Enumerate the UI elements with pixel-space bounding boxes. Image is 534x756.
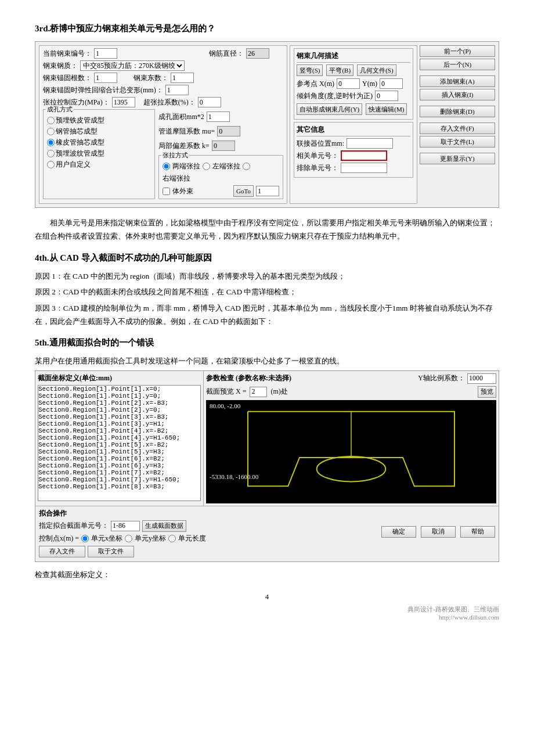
preview-x-input[interactable]	[250, 387, 267, 397]
radio-elem-x[interactable]	[81, 535, 89, 542]
hole-area-input[interactable]	[207, 111, 230, 122]
section-definition-textarea[interactable]: Section0.Region[1].Point[1].x=0; Section…	[38, 385, 201, 501]
radio-elem-len[interactable]	[168, 535, 176, 542]
btn-geo-file[interactable]: 几何文件(S)	[357, 64, 396, 76]
tension-stress-input[interactable]	[112, 97, 135, 107]
radio-left-end-label: 左端张拉	[212, 161, 240, 171]
preview-x-unit: (m)处	[270, 387, 287, 397]
tilt-angle-input[interactable]	[375, 91, 398, 101]
current-bundle-input[interactable]	[94, 48, 117, 59]
svg-point-0	[317, 456, 386, 482]
reason1: 原因 1：在 CAD 中的图元为 region（面域）而非线段，桥博要求导入的基…	[35, 269, 499, 283]
radio-custom[interactable]	[47, 161, 55, 168]
btn-quick-edit[interactable]: 快速编辑(M)	[366, 103, 407, 115]
radio-left-end[interactable]	[203, 163, 210, 170]
btn-next[interactable]: 后一个(N)	[420, 59, 495, 70]
btn-preview[interactable]: 预览	[478, 386, 496, 398]
radio-right-end[interactable]	[243, 163, 250, 170]
btn-add[interactable]: 添加钢束(A)	[420, 75, 495, 87]
radio-iron-pipe-label: 预埋铁皮管成型	[56, 116, 104, 125]
btn-insert[interactable]: 插入钢束(I)	[420, 89, 495, 100]
section5-title: 5th.通用截面拟合时的一个错误	[35, 337, 499, 348]
btn-load-file[interactable]: 取于文件(L)	[420, 136, 495, 147]
related-elem-input[interactable]	[341, 150, 387, 161]
y-ratio-input[interactable]	[467, 373, 496, 384]
watermark-line2: http://www.dillsun.com	[35, 614, 499, 621]
btn-vertical-bend[interactable]: 竖弯(S)	[297, 64, 323, 76]
btn-help[interactable]: 帮助	[460, 526, 495, 538]
btn-save-file2[interactable]: 存入文件	[39, 546, 85, 557]
tilt-angle-label: 倾斜角度(度,逆时针为正)	[297, 91, 373, 101]
coupler-pos-input[interactable]	[347, 138, 393, 149]
over-tension-input[interactable]	[198, 97, 221, 107]
dialog1-right-panel: 前一个(P) 后一个(N) 添加钢束(A) 插入钢束(I) 删除钢束(D) 存入…	[420, 45, 495, 204]
ref-point-y-label: Y(m)	[362, 80, 377, 88]
btn-prev[interactable]: 前一个(P)	[420, 45, 495, 57]
page-number: 4	[35, 593, 499, 602]
local-bias-input[interactable]	[212, 141, 235, 151]
current-bundle-label: 当前钢束编号：	[43, 49, 92, 59]
coupler-pos-label: 联接器位置mm:	[297, 139, 344, 149]
radio-both-ends-label: 两端张拉	[172, 161, 200, 171]
section3-para: 相关单元号是用来指定钢束位置的，比如梁格模型中由于程序没有空间定位，所以需要用户…	[35, 216, 499, 243]
btn-ok[interactable]: 确定	[381, 526, 416, 538]
pipe-friction-input[interactable]	[217, 126, 240, 136]
dialog2-left-title: 截面坐标定义(单位:mm)	[38, 373, 201, 383]
tension-method-title: 张拉方式	[161, 151, 189, 160]
dialog2-bottom-panel: 拟合操作 指定拟合截面单元号： 生成截面数据 控制点x(m) = 单元x坐标 单…	[35, 506, 499, 561]
checkbox-external-label: 体外束	[172, 186, 193, 196]
dialog1-middle-panel: 钢束几何描述 竖弯(S) 平弯(B) 几何文件(S) 参考点 X(m) Y(m)…	[290, 45, 417, 204]
bundle-roots-input[interactable]	[94, 73, 117, 83]
radio-steel-core[interactable]	[47, 128, 55, 135]
other-info-panel: 其它信息 联接器位置mm: 相关单元号： 排除单元号：	[294, 122, 413, 178]
radio-iron-pipe[interactable]	[47, 117, 55, 124]
ref-point-x-input[interactable]	[337, 78, 360, 89]
reason3: 原因 3：CAD 建模的绘制单位为 m，而非 mm，桥博导入 CAD 图元时，其…	[35, 301, 499, 329]
over-tension-label: 超张拉系数(%)：	[143, 98, 196, 107]
hole-method-group-title: 成孔方式	[46, 105, 74, 114]
rebar-diameter-input[interactable]	[246, 48, 269, 59]
radio-wave-pipe[interactable]	[47, 150, 55, 157]
dialog2-container: 截面坐标定义(单位:mm) Section0.Region[1].Point[1…	[35, 370, 499, 562]
btn-save-file[interactable]: 存入文件(F)	[420, 123, 495, 134]
local-bias-label: 局部偏差系数 k=	[158, 141, 210, 151]
bundle-count-input[interactable]	[171, 73, 194, 83]
btn-load-file2[interactable]: 取于文件	[88, 546, 134, 557]
radio-elem-y[interactable]	[125, 535, 132, 542]
reason2: 原因 2：CAD 中的截面未闭合或线段之间首尾不相连，在 CAD 中需详细检查；	[35, 285, 499, 298]
radio-rubber-core[interactable]	[47, 139, 55, 146]
fit-ops-label: 拟合操作	[39, 509, 370, 519]
btn-horizontal-bend[interactable]: 平弯(B)	[326, 64, 353, 76]
radio-right-end-label: 右端张拉	[163, 174, 190, 183]
goto-input[interactable]	[256, 186, 279, 196]
ref-point-label: 参考点 X(m)	[297, 79, 334, 89]
watermark-line1: 典尚设计-路桥效果图、三维动画	[35, 605, 499, 614]
dialog1-left-panel: 当前钢束编号： 钢筋直径： 钢束钢质： 中交85预应力筋：270K级钢绞线(15…	[39, 45, 287, 204]
control-pt-label: 控制点x(m) =	[39, 534, 79, 543]
section3-title: 3rd.桥博中预应力钢束相关单元号是怎么用的？	[35, 23, 499, 34]
bundle-quality-label: 钢束钢质：	[43, 61, 78, 71]
fit-elem-input[interactable]	[111, 521, 140, 531]
exclude-elem-label: 排除单元号：	[297, 163, 338, 173]
section5-intro: 某用户在使用通用截面拟合工具时发现这样一个问题，在箱梁顶板中心处多了一根竖直的线…	[35, 354, 499, 368]
dialog2-right-panel: 参数检查 (参数名称:未选择) Y轴比例系数： 截面预览 X = (m)处 预览…	[204, 371, 499, 506]
radio-wave-pipe-label: 预埋波纹管成型	[56, 149, 104, 159]
elastic-input[interactable]	[165, 85, 189, 95]
fit-ops-area: 拟合操作 指定拟合截面单元号： 生成截面数据 控制点x(m) = 单元x坐标 单…	[39, 509, 370, 559]
dialog2-right-title: 参数检查 (参数名称:未选择)	[206, 373, 291, 383]
btn-gen-section[interactable]: 生成截面数据	[142, 520, 186, 532]
checkbox-external[interactable]	[163, 188, 170, 195]
ref-point-y-input[interactable]	[380, 78, 403, 89]
btn-auto-form[interactable]: 自动形成钢束几何(Y)	[297, 103, 362, 115]
bundle-quality-select[interactable]: 中交85预应力筋：270K级钢绞线(15.24)	[80, 60, 185, 71]
radio-both-ends[interactable]	[163, 163, 170, 170]
btn-delete[interactable]: 删除钢束(D)	[420, 106, 495, 117]
radio-custom-label: 用户自定义	[56, 160, 91, 170]
goto-button[interactable]: GoTo	[233, 185, 254, 197]
exclude-elem-input[interactable]	[341, 163, 387, 173]
btn-refresh[interactable]: 更新显示(Y)	[420, 153, 495, 164]
geo-desc-panel: 钢束几何描述 竖弯(S) 平弯(B) 几何文件(S) 参考点 X(m) Y(m)…	[294, 48, 413, 120]
dialog1-container: 当前钢束编号： 钢筋直径： 钢束钢质： 中交85预应力筋：270K级钢绞线(15…	[35, 41, 499, 208]
btn-cancel[interactable]: 取消	[421, 526, 456, 538]
pipe-friction-label: 管道摩阻系数 mu=	[158, 127, 215, 136]
